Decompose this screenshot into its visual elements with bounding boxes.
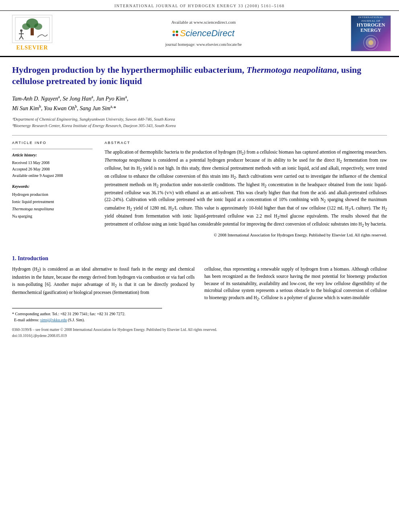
paper-body: Hydrogen production by the hyperthermoph… [0,57,399,247]
section-1-right-text: cellulose, thus representing a renewable… [204,266,387,302]
affiliation-a: ᵃDepartment of Chemical Engineering, Sun… [12,116,387,123]
top-banner: ELSEVIER Available at www.sciencedirect.… [0,11,399,57]
section-1-right-col: cellulose, thus representing a renewable… [204,266,387,302]
keywords-block: Keywords: Hydrogen production Ionic liqu… [12,184,93,220]
keyword-3: Thermotoga neapolitana [12,205,93,213]
paper-title: Hydrogen production by the hyperthermoph… [12,64,387,87]
article-info-label: ARTICLE INFO [12,140,93,146]
elsevier-logo: ELSEVIER [8,15,56,52]
section-1-body: Hydrogen (H2) is considered as an ideal … [12,266,387,302]
center-logo-area: Available at www.sciencedirect.com Scien… [56,19,351,47]
doi-front-matter: 0360-3199/$ – see front matter © 2008 In… [12,327,387,333]
elsevier-wordmark: ELSEVIER [16,44,48,52]
footnote-email-address[interactable]: simsj@skku.edu [40,318,67,322]
section-1-title: 1. Introduction [12,255,48,261]
abstract-label: ABSTRACT [105,140,387,146]
footnote-star: * Corresponding author. Tel.: +82 31 290… [12,312,125,316]
paper-title-italic: Thermotoga neapolitana [247,65,337,75]
copyright-line: © 2008 International Association for Hyd… [105,232,387,238]
footnote-email-label: E-mail address: [14,318,39,322]
available-online-date: Available online 9 August 2008 [12,173,93,179]
keywords-label: Keywords: [12,184,93,189]
sd-dots [173,31,178,36]
svg-point-3 [22,23,30,30]
journal-cover-hydrogen: HYDROGENENERGY [357,23,385,33]
sciencedirect-logo: ScienceDirect [56,27,351,40]
footnote-email-line: E-mail address: simsj@skku.edu (S.J. Sim… [12,317,387,323]
bottom-bar: 0360-3199/$ – see front matter © 2008 In… [12,327,387,339]
doi-number: doi:10.1016/j.ijhydene.2008.05.019 [12,333,387,339]
sciencedirect-text: ScienceDirect [180,27,234,40]
journal-homepage-text: journal homepage: www.elsevier.com/locat… [56,42,351,47]
received-date: Received 13 May 2008 [12,160,93,166]
article-info-abstract: ARTICLE INFO Article history: Received 1… [12,140,387,238]
available-at-text: Available at www.sciencedirect.com [56,19,351,25]
article-history-block: Article history: Received 13 May 2008 Ac… [12,149,93,179]
affiliation-b: ᵇBioenergy Research Center, Korea Instit… [12,123,387,129]
abstract-paragraph: The application of thermophilic bacteria… [105,149,387,229]
journal-cover-thumbnail: international journal of HYDROGENENERGY [351,15,391,51]
authors-line: Tam-Anh D. Nguyena, Se Jong Hana, Jun Py… [12,94,387,113]
svg-point-6 [20,29,23,32]
svg-point-13 [368,40,373,45]
keyword-2: Ionic liquid pretreatment [12,198,93,205]
affiliations: ᵃDepartment of Chemical Engineering, Sun… [12,116,387,129]
footnote-divider [12,308,162,308]
svg-point-4 [34,23,42,30]
history-label: Article history: [12,152,93,158]
main-content: 1. Introduction Hydrogen (H2) is conside… [0,255,399,339]
elsevier-tree-image [12,15,52,43]
keyword-1: Hydrogen production [12,191,93,198]
section-1-left-col: Hydrogen (H2) is considered as an ideal … [12,266,195,302]
svg-rect-5 [31,28,34,35]
article-info-col: ARTICLE INFO Article history: Received 1… [12,140,93,238]
journal-header: INTERNATIONAL JOURNAL OF HYDROGEN ENERGY… [0,0,399,11]
footnote-corresponding: * Corresponding author. Tel.: +82 31 290… [12,311,387,317]
accepted-date: Accepted 26 May 2008 [12,166,93,173]
abstract-body: The application of thermophilic bacteria… [105,149,387,238]
section-1-left-text: Hydrogen (H2) is considered as an ideal … [12,266,195,296]
keyword-4: N₂ sparging [12,213,93,220]
journal-cover-subtitle: international journal of [353,16,389,23]
divider-1 [12,135,387,136]
abstract-col: ABSTRACT The application of thermophilic… [105,140,387,238]
footnote-email-person: (S.J. Sim). [68,318,85,322]
